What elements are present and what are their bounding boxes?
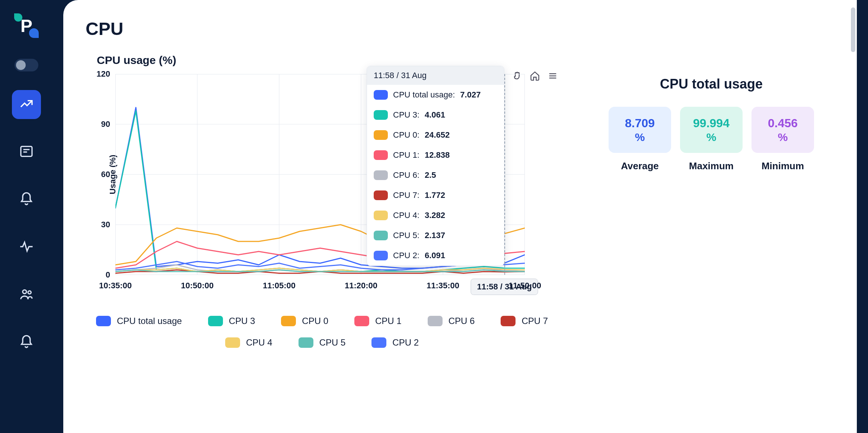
card-maximum-wrap: 99.994 % Maximum (680, 107, 743, 172)
theme-toggle[interactable] (15, 59, 38, 71)
tooltip-swatch (374, 130, 388, 140)
x-tick: 11:05:00 (263, 281, 296, 291)
legend-label: CPU 7 (521, 316, 548, 326)
tooltip-row: CPU 1: 12.838 (367, 145, 504, 165)
max-label: Maximum (680, 160, 743, 172)
tooltip-series-label: CPU 0: (393, 130, 419, 140)
tooltip-series-label: CPU 3: (393, 110, 419, 120)
legend-label: CPU 5 (319, 337, 346, 348)
card-average: 8.709 % (609, 107, 671, 153)
page-title: CPU (86, 19, 835, 39)
nav-dashboards[interactable] (12, 90, 41, 119)
tooltip-swatch (374, 170, 388, 180)
bell-outline-icon (19, 334, 34, 351)
tooltip-swatch (374, 190, 388, 200)
svg-point-4 (28, 291, 31, 294)
vertical-scrollbar[interactable] (851, 7, 855, 52)
tooltip-row: CPU 5: 2.137 (367, 225, 504, 246)
tooltip-swatch (374, 211, 388, 220)
avg-unit: % (635, 131, 645, 144)
legend-swatch (354, 316, 369, 326)
summary-column: CPU total usage 8.709 % Average 99.994 %… (588, 54, 835, 172)
x-tick: 11:20:00 (345, 281, 377, 291)
y-tick: 90 (101, 119, 110, 129)
x-tick: 11:35:00 (427, 281, 459, 291)
tooltip-series-value: 2.137 (425, 231, 445, 240)
chart-title: CPU usage (%) (97, 54, 558, 67)
summary-cards: 8.709 % Average 99.994 % Maximum 0.456 % (588, 107, 835, 172)
summary-title: CPU total usage (588, 76, 835, 92)
tooltip-swatch (374, 110, 388, 120)
legend-item[interactable]: CPU 5 (299, 337, 346, 348)
tooltip-series-label: CPU 5: (393, 231, 419, 240)
legend-swatch (208, 316, 223, 326)
svg-point-3 (23, 290, 26, 294)
legend-label: CPU total usage (117, 316, 182, 326)
legend-item[interactable]: CPU 2 (371, 337, 419, 348)
tooltip-row: CPU total usage: 7.027 (367, 85, 504, 105)
card-average-wrap: 8.709 % Average (609, 107, 671, 172)
tooltip-timestamp: 11:58 / 31 Aug (367, 66, 504, 85)
tooltip-series-label: CPU 7: (393, 190, 419, 200)
plot-area[interactable]: Usage (%) 11:58 / 31 Aug 11:58 / 31 Aug … (115, 74, 525, 275)
left-sidebar: P (0, 0, 53, 433)
legend-swatch (501, 316, 516, 326)
min-unit: % (778, 131, 788, 144)
legend-item[interactable]: CPU 4 (225, 337, 272, 348)
nav-monitoring[interactable] (12, 233, 41, 262)
legend-label: CPU 4 (246, 337, 272, 348)
tooltip-row: CPU 2: 6.091 (367, 246, 504, 266)
legend-item[interactable]: CPU 6 (428, 316, 475, 326)
legend-swatch (371, 337, 386, 348)
heartbeat-icon (19, 239, 34, 256)
tooltip-row: CPU 3: 4.061 (367, 105, 504, 125)
y-tick: 60 (101, 170, 110, 179)
card-minimum-wrap: 0.456 % Minimum (751, 107, 814, 172)
tooltip-series-value: 2.5 (425, 170, 436, 180)
x-tick: 10:50:00 (181, 281, 214, 291)
tooltip-series-label: CPU total usage: (393, 90, 455, 100)
legend-swatch (96, 316, 111, 326)
tooltip-row: CPU 4: 3.282 (367, 205, 504, 225)
tooltip-swatch (374, 251, 388, 260)
main-panel: CPU CPU usage (%) Usage (%) (63, 0, 857, 433)
max-value: 99.994 (693, 116, 730, 130)
min-value: 0.456 (768, 116, 798, 130)
app-logo: P (12, 11, 41, 40)
legend-swatch (428, 316, 443, 326)
tooltip-row: CPU 0: 24.652 (367, 125, 504, 145)
tooltip-series-label: CPU 6: (393, 170, 419, 180)
legend-label: CPU 3 (229, 316, 255, 326)
min-label: Minimum (751, 160, 814, 172)
max-unit: % (706, 131, 717, 144)
chart-wrap: Usage (%) 11:58 / 31 Aug 11:58 / 31 Aug … (86, 74, 558, 348)
legend-item[interactable]: CPU 1 (354, 316, 402, 326)
legend-label: CPU 0 (302, 316, 328, 326)
tooltip-swatch (374, 231, 388, 240)
legend-item[interactable]: CPU total usage (96, 316, 182, 326)
tooltip-series-value: 24.652 (425, 130, 450, 140)
users-icon (19, 287, 34, 303)
legend-item[interactable]: CPU 7 (501, 316, 548, 326)
legend-label: CPU 2 (392, 337, 419, 348)
nav-reports[interactable] (12, 138, 41, 167)
bell-icon (19, 192, 34, 208)
legend-swatch (281, 316, 296, 326)
legend-item[interactable]: CPU 0 (281, 316, 328, 326)
nav-users[interactable] (12, 280, 41, 309)
nav-notifications[interactable] (12, 328, 41, 357)
card-maximum: 99.994 % (680, 107, 743, 153)
card-minimum: 0.456 % (751, 107, 814, 153)
content-row: CPU usage (%) Usage (%) (86, 54, 835, 348)
document-icon (19, 144, 34, 160)
tooltip-series-value: 1.772 (425, 190, 445, 200)
chart-column: CPU usage (%) Usage (%) (86, 54, 558, 348)
chart-legend: CPU total usageCPU 3CPU 0CPU 1CPU 6CPU 7… (86, 316, 558, 348)
tooltip-series-label: CPU 4: (393, 211, 419, 220)
nav-alerts[interactable] (12, 185, 41, 214)
home-icon[interactable] (529, 70, 540, 81)
menu-icon[interactable] (547, 70, 558, 81)
legend-item[interactable]: CPU 3 (208, 316, 255, 326)
y-tick: 0 (106, 270, 110, 280)
x-tick: 11:50:00 (508, 281, 541, 291)
